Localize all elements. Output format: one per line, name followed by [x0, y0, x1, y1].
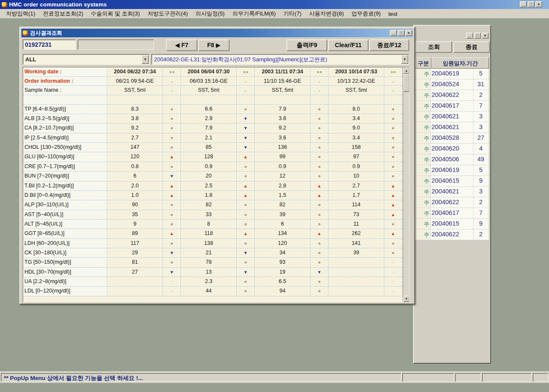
- chevron-down-icon[interactable]: ▼: [142, 55, 149, 64]
- menu-item[interactable]: 처방입력(1): [3, 9, 39, 18]
- minimize-icon[interactable]: _: [466, 33, 473, 39]
- flag-normal-icon: ¤: [318, 289, 320, 293]
- flag-cell: ¤: [311, 105, 329, 114]
- admission-row[interactable]: 주200406159: [415, 176, 489, 187]
- lab-rows: Working date :2004 06/22 07:34∗∗2004 06/…: [23, 67, 403, 302]
- flag-cell: ¤: [237, 105, 255, 114]
- menu-item[interactable]: 의사일정(5): [192, 9, 228, 18]
- admission-type: 주: [415, 112, 431, 122]
- flag-low-icon: ▼: [170, 250, 174, 255]
- patient-name-field[interactable]: [78, 39, 154, 50]
- minimize-icon[interactable]: _: [390, 30, 397, 36]
- scrollbar-thumb[interactable]: [403, 74, 410, 92]
- next-result-button[interactable]: F8 ▶: [198, 39, 229, 51]
- admission-row[interactable]: 주200406222: [415, 90, 489, 101]
- scroll-down-icon[interactable]: ▼: [403, 296, 410, 302]
- flag-cell: ▼: [163, 268, 181, 277]
- admission-row[interactable]: 주200406159: [415, 219, 489, 229]
- admission-row[interactable]: 주200406222: [415, 229, 489, 240]
- flag-cell: ¤: [237, 258, 255, 267]
- admission-row[interactable]: 주200406213: [415, 122, 489, 133]
- menu-item[interactable]: 수술의뢰 및 조회(3): [87, 9, 143, 18]
- close-icon[interactable]: ×: [405, 30, 412, 36]
- status-panel: [402, 373, 454, 382]
- menu-item[interactable]: 업무종료(9): [348, 9, 384, 18]
- flag-cell: ∗∗: [237, 67, 255, 76]
- flag-cell: •: [237, 77, 255, 86]
- lab-row: GGT [8~65(U/L)]89▲118▲134▲262▲: [23, 229, 403, 238]
- clear-button[interactable]: Clear/F11: [328, 39, 368, 51]
- flag-low-icon: ▼: [244, 136, 248, 140]
- flag-low-icon: ▼: [170, 270, 174, 274]
- admission-row[interactable]: 주200406222: [415, 197, 489, 208]
- admission-row[interactable]: 주2004050649: [415, 154, 489, 165]
- flag-cell: ¤: [384, 105, 402, 114]
- admission-row[interactable]: 주200406213: [415, 187, 489, 197]
- admission-days: 31: [474, 79, 488, 90]
- header-row: Sample Name :SST, 5ml•SST, 5ml•SST, 5ml•…: [23, 86, 403, 95]
- flag-none-icon: −: [392, 279, 395, 284]
- close-icon[interactable]: ×: [535, 1, 542, 7]
- admission-days: 7: [474, 208, 488, 218]
- menu-item[interactable]: 처방도구관리(4): [144, 9, 191, 18]
- admission-row[interactable]: 주200406213: [415, 112, 489, 122]
- flag-cell: −: [163, 277, 181, 286]
- scroll-up-icon[interactable]: ▲: [403, 67, 410, 74]
- result-value: 8.0: [329, 105, 384, 114]
- result-value: [329, 277, 384, 286]
- filter-dropdown[interactable]: ALL ▼: [23, 54, 150, 65]
- menu-item[interactable]: 의무기록/FILM(6): [229, 9, 279, 18]
- admission-row[interactable]: 주200406177: [415, 101, 489, 112]
- result-value: 120: [107, 152, 163, 161]
- patient-id-input[interactable]: [23, 39, 76, 50]
- restore-icon[interactable]: □: [398, 30, 404, 36]
- restore-icon[interactable]: □: [528, 1, 534, 7]
- menu-item[interactable]: 전료정보조회(2): [39, 9, 87, 18]
- flag-cell: ¤: [163, 133, 181, 142]
- admission-row[interactable]: 주2004052827: [415, 133, 489, 144]
- status-message: ** PopUp Menu 상에서 필요한 기능을 선택 하세요 !...: [1, 373, 401, 382]
- header-value: 11/10 15:46-GE: [255, 77, 311, 86]
- flag-normal-icon: ¤: [244, 222, 247, 226]
- test-name: CHOL [130~250(mg/dl)]: [23, 143, 107, 152]
- result-value: 20: [181, 172, 237, 181]
- prev-result-button[interactable]: ◀ F7: [166, 39, 197, 51]
- close-dialog-button[interactable]: 종료/F12: [369, 39, 409, 51]
- flag-cell: •: [237, 86, 255, 95]
- admission-row[interactable]: 주200406204: [415, 144, 489, 154]
- restore-icon[interactable]: □: [474, 33, 481, 39]
- result-value: 9.0: [329, 124, 384, 133]
- result-value: 73: [329, 210, 384, 219]
- vertical-scrollbar[interactable]: ▲ ▼: [403, 67, 409, 302]
- flag-cell: ▲: [163, 229, 181, 238]
- minimize-icon[interactable]: _: [520, 1, 527, 7]
- flag-cell: ¤: [237, 277, 255, 286]
- close-icon[interactable]: ×: [482, 33, 489, 39]
- menu-item[interactable]: 사용자변경(8): [306, 9, 347, 18]
- flag-cell: ▼: [237, 248, 255, 257]
- admission-row[interactable]: 주200406195: [415, 165, 489, 176]
- menu-item[interactable]: test: [385, 10, 401, 18]
- admission-days: 9: [474, 219, 488, 229]
- admission-row[interactable]: 주200406177: [415, 208, 489, 219]
- close-button[interactable]: 종료: [453, 41, 490, 53]
- admission-type: 주: [415, 165, 431, 175]
- admission-days: 2: [474, 229, 488, 240]
- menu-item[interactable]: 기타(7): [280, 9, 305, 18]
- order-dropdown[interactable]: 20040622-GE-L31:일반화학검사(01:07 Sampling)[N…: [151, 54, 409, 65]
- flag-cell: ¤: [311, 210, 329, 219]
- chevron-down-icon[interactable]: ▼: [401, 55, 408, 64]
- result-value: 9.2: [107, 124, 163, 133]
- flag-cell: ▲: [237, 191, 255, 200]
- flag-normal-icon: ¤: [244, 241, 247, 246]
- print-button[interactable]: 출력/F9: [287, 39, 327, 51]
- admission-row[interactable]: 주200406195: [415, 69, 489, 79]
- inquiry-button[interactable]: 조회: [416, 41, 452, 53]
- flag-cell: ¤: [163, 124, 181, 133]
- test-name: AST [5~40(U/L)]: [23, 210, 107, 219]
- flag-cell: [163, 95, 181, 104]
- flag-cell: −: [384, 277, 402, 286]
- test-name: TG [50~150(mg/dl)]: [23, 258, 107, 267]
- lab-row: CA [8.2~10.7(mg/dl)]9.2¤7.9▼9.2¤9.0¤: [23, 124, 403, 133]
- admission-row[interactable]: 주2004052431: [415, 79, 489, 90]
